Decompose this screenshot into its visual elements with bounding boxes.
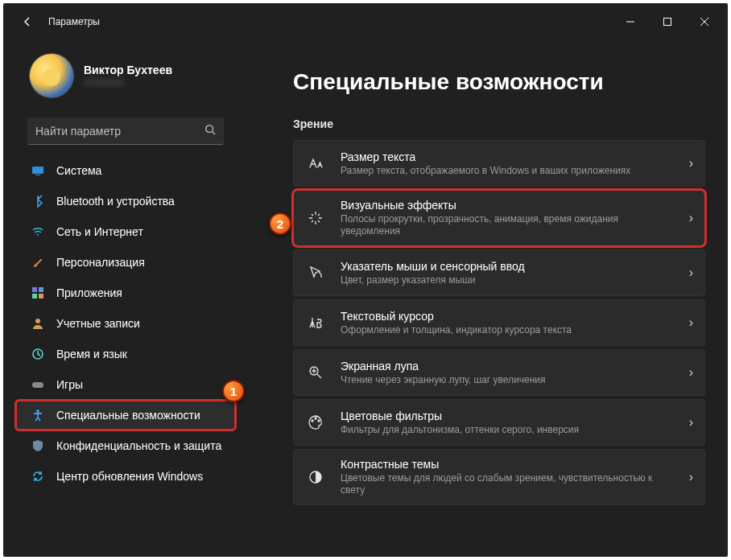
sidebar-item-label: Игры	[56, 378, 83, 391]
card-visual-effects[interactable]: Визуальные эффекты Полосы прокрутки, про…	[293, 190, 705, 246]
sidebar-item-label: Учетные записи	[56, 317, 140, 330]
sidebar-item-label: Система	[56, 164, 101, 177]
display-icon	[31, 163, 45, 178]
sparkle-icon	[305, 210, 326, 226]
close-button[interactable]	[686, 9, 723, 35]
sidebar-item-system[interactable]: Система	[16, 156, 235, 185]
bluetooth-icon	[31, 194, 45, 208]
card-desc: Цветовые темы для людей со слабым зрение…	[341, 472, 675, 496]
card-title: Экранная лупа	[341, 360, 675, 373]
sidebar-item-accounts[interactable]: Учетные записи	[16, 309, 235, 338]
sidebar-item-label: Время и язык	[56, 348, 127, 360]
chevron-right-icon: ›	[689, 315, 693, 330]
sidebar-item-label: Специальные возможности	[56, 409, 200, 422]
card-color-filters[interactable]: Цветовые фильтры Фильтры для дальтонизма…	[293, 399, 705, 446]
sidebar-item-label: Bluetooth и устройства	[56, 195, 175, 208]
shield-icon	[31, 439, 45, 453]
card-title: Размер текста	[341, 150, 675, 163]
card-title: Текстовый курсор	[341, 310, 675, 323]
sidebar-item-accessibility[interactable]: Специальные возможности	[16, 401, 235, 430]
sidebar-item-time[interactable]: Время и язык	[16, 340, 235, 369]
back-button[interactable]	[14, 9, 40, 35]
card-desc: Фильтры для дальтонизма, оттенки серого,…	[341, 424, 675, 436]
nav-list: Система Bluetooth и устройства Сеть и Ин…	[13, 156, 238, 491]
svg-point-22	[318, 420, 320, 422]
card-text-size[interactable]: Размер текста Размер текста, отображаемо…	[293, 140, 705, 187]
search-input[interactable]: Найти параметр	[27, 117, 224, 145]
sidebar: Виктор Бухтеев ·············· Найти пара…	[3, 40, 245, 557]
callout-one: 1	[222, 380, 245, 402]
sidebar-item-label: Сеть и Интернет	[56, 225, 143, 238]
palette-icon	[305, 414, 326, 430]
chevron-right-icon: ›	[689, 156, 693, 171]
svg-point-15	[36, 410, 39, 413]
chevron-right-icon: ›	[689, 470, 693, 484]
card-contrast-themes[interactable]: Контрастные темы Цветовые темы для людей…	[293, 449, 705, 505]
sidebar-item-privacy[interactable]: Конфиденциальность и защита	[16, 431, 235, 460]
svg-point-20	[312, 420, 313, 422]
section-label: Зрение	[293, 117, 705, 130]
brush-icon	[31, 255, 45, 270]
svg-rect-10	[32, 294, 37, 299]
sidebar-item-label: Конфиденциальность и защита	[56, 439, 221, 452]
sidebar-item-apps[interactable]: Приложения	[16, 278, 235, 307]
search-placeholder: Найти параметр	[35, 125, 204, 138]
maximize-button[interactable]	[649, 9, 686, 35]
card-desc: Оформление и толщина, индикатор курсора …	[341, 324, 675, 336]
svg-rect-7	[35, 175, 40, 175]
card-title: Цветовые фильтры	[341, 410, 675, 422]
card-desc: Размер текста, отображаемого в Windows и…	[341, 165, 675, 177]
update-icon	[31, 469, 45, 484]
card-desc: Чтение через экранную лупу, шаг увеличен…	[341, 374, 675, 386]
sidebar-item-label: Приложения	[56, 286, 122, 299]
card-desc: Цвет, размер указателя мыши	[341, 274, 675, 286]
gamepad-icon	[31, 377, 45, 392]
card-mouse-pointer[interactable]: Указатель мыши и сенсорный ввод Цвет, ра…	[293, 249, 705, 296]
page-title: Специальные возможности	[293, 69, 705, 95]
contrast-icon	[305, 469, 326, 485]
chevron-right-icon: ›	[689, 266, 693, 280]
main-content: Специальные возможности Зрение Размер те…	[245, 40, 728, 557]
svg-point-21	[315, 418, 316, 419]
chevron-right-icon: ›	[689, 415, 693, 430]
callout-two: 2	[269, 212, 291, 235]
profile-email: ··············	[84, 76, 125, 88]
svg-rect-11	[39, 294, 43, 299]
search-icon	[204, 124, 216, 138]
sidebar-item-label: Персонализация	[56, 256, 145, 269]
sidebar-item-network[interactable]: Сеть и Интернет	[16, 217, 235, 246]
svg-line-5	[213, 131, 216, 134]
magnifier-icon	[305, 364, 326, 381]
svg-rect-8	[32, 287, 37, 292]
chevron-right-icon: ›	[689, 365, 693, 380]
sidebar-item-personalization[interactable]: Персонализация	[16, 248, 235, 277]
text-size-icon	[305, 155, 326, 171]
clock-icon	[31, 347, 45, 361]
card-magnifier[interactable]: Экранная лупа Чтение через экранную лупу…	[293, 349, 705, 396]
sidebar-item-gaming[interactable]: Игры	[16, 370, 235, 399]
svg-line-17	[317, 374, 321, 378]
chevron-right-icon: ›	[689, 211, 693, 225]
apps-icon	[31, 286, 45, 300]
svg-rect-6	[32, 167, 43, 174]
svg-rect-9	[39, 287, 43, 292]
cursor-icon	[305, 315, 326, 331]
titlebar: Параметры	[3, 3, 728, 40]
card-title: Указатель мыши и сенсорный ввод	[341, 260, 675, 273]
sidebar-item-update[interactable]: Центр обновления Windows	[16, 462, 235, 491]
card-desc: Полосы прокрутки, прозрачность, анимация…	[341, 213, 675, 237]
sidebar-item-label: Центр обновления Windows	[56, 470, 203, 483]
profile-block[interactable]: Виктор Бухтеев ··············	[13, 48, 238, 113]
minimize-button[interactable]	[612, 9, 649, 35]
sidebar-item-bluetooth[interactable]: Bluetooth и устройства	[16, 187, 235, 216]
svg-point-12	[35, 319, 40, 323]
pointer-icon	[305, 265, 326, 281]
wifi-icon	[31, 224, 45, 239]
settings-window: Параметры Виктор Бухтеев ·············· …	[3, 3, 728, 557]
svg-point-4	[206, 125, 213, 132]
profile-name: Виктор Бухтеев	[84, 64, 172, 76]
card-text-cursor[interactable]: Текстовый курсор Оформление и толщина, и…	[293, 299, 705, 346]
card-title: Контрастные темы	[341, 458, 675, 471]
svg-rect-1	[664, 19, 671, 26]
window-title: Параметры	[48, 16, 100, 27]
